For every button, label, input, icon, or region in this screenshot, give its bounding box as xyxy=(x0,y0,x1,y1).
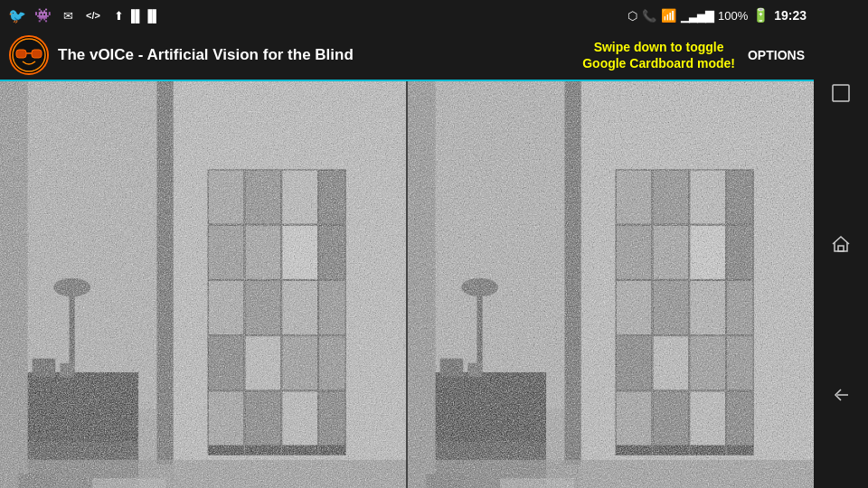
wifi-icon: 📶 xyxy=(661,8,676,23)
signal-icon: ▁▃▅▇ xyxy=(681,9,713,23)
time-display: 19:23 xyxy=(774,8,807,23)
svg-rect-92 xyxy=(838,246,844,251)
twitter-icon: 🐦 xyxy=(7,7,27,23)
right-camera-view xyxy=(406,81,814,488)
svg-rect-90 xyxy=(408,81,814,488)
mail-icon: ✉ xyxy=(58,7,78,23)
cast-icon: ⬡ xyxy=(627,9,637,23)
home-button[interactable] xyxy=(821,224,861,264)
barcode-icon: ▐▌▐▌ xyxy=(134,7,154,23)
main-content xyxy=(0,81,814,488)
code-icon: </> xyxy=(83,7,103,23)
app-title: The vOICe - Artificial Vision for the Bl… xyxy=(58,46,582,64)
swipe-hint-text: Swipe down to toggle Google Cardboard mo… xyxy=(582,39,735,71)
usb-icon: ⬆ xyxy=(108,7,128,23)
app-bar: The vOICe - Artificial Vision for the Bl… xyxy=(0,31,814,81)
battery-icon: 🔋 xyxy=(752,7,769,23)
svg-rect-1 xyxy=(16,50,26,58)
svg-rect-2 xyxy=(32,50,42,58)
options-button[interactable]: OPTIONS xyxy=(748,48,805,62)
call-icon: 📞 xyxy=(642,9,656,23)
svg-rect-47 xyxy=(0,81,406,488)
overview-button[interactable] xyxy=(821,73,861,113)
svg-rect-91 xyxy=(833,85,849,101)
status-right-icons: ⬡ 📞 📶 ▁▃▅▇ 100% 🔋 19:23 xyxy=(627,7,807,23)
back-button[interactable] xyxy=(821,375,861,415)
app-logo xyxy=(9,35,49,75)
status-bar: 🐦 👾 ✉ </> ⬆ ▐▌▐▌ ⬡ 📞 📶 ▁▃▅▇ 100% 🔋 19:23 xyxy=(0,0,814,31)
alien-icon: 👾 xyxy=(33,7,52,23)
battery-percentage: 100% xyxy=(718,9,748,23)
status-left-icons: 🐦 👾 ✉ </> ⬆ ▐▌▐▌ xyxy=(7,7,154,23)
left-camera-view xyxy=(0,81,406,488)
side-navigation-bar xyxy=(814,0,868,488)
